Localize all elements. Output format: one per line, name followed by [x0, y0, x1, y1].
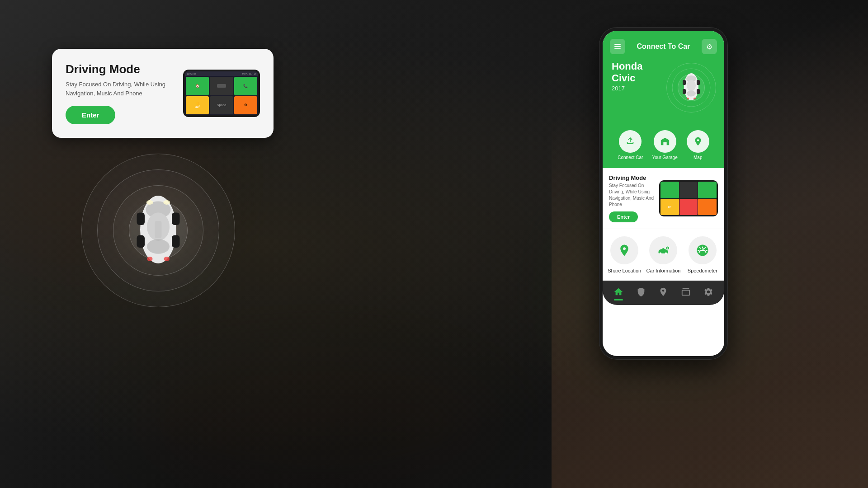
- map-button[interactable]: Map: [687, 130, 709, 160]
- car-information-label: Car Information: [646, 268, 681, 273]
- your-garage-label: Your Garage: [652, 155, 677, 160]
- phone-driving-mode-preview: 30°: [659, 180, 718, 216]
- car-information-button[interactable]: i Car Information: [646, 236, 680, 273]
- phone-grid-section: Share Location i Car: [603, 229, 724, 281]
- phone-container: Connect To Car ⚙ Honda Civic 2017: [599, 27, 728, 360]
- speedometer-icon-circle: [689, 236, 717, 264]
- phone-driving-mode-title: Driving Mode: [609, 174, 654, 181]
- svg-point-23: [660, 253, 662, 255]
- nav-active-indicator: [614, 299, 623, 300]
- car-information-icon-circle: i: [649, 236, 677, 264]
- header-title: Connect To Car: [637, 42, 690, 51]
- phone-car-radar: [667, 61, 715, 115]
- svg-rect-18: [697, 80, 700, 85]
- driving-mode-enter-button[interactable]: Enter: [66, 106, 115, 124]
- green-icon-row: Connect Car Your Garage: [603, 124, 724, 168]
- bottom-navigation: [603, 281, 724, 305]
- phone-driving-mode-section: Driving Mode Stay Focused On Driving, Wh…: [603, 168, 724, 229]
- svg-text:i: i: [668, 247, 668, 249]
- nav-home[interactable]: [613, 287, 623, 297]
- share-location-button[interactable]: Share Location: [607, 236, 642, 273]
- share-location-label: Share Location: [608, 268, 641, 273]
- phone-header: Connect To Car ⚙ Honda Civic 2017: [603, 31, 724, 124]
- svg-point-9: [163, 200, 170, 205]
- gear-icon: ⚙: [706, 42, 712, 51]
- large-car-top-view: [127, 184, 190, 277]
- svg-rect-12: [155, 221, 162, 238]
- driving-mode-phone-preview: 10:43AM MON, SEP 28 🏠 📞 ☀️ 30°: [183, 70, 260, 117]
- phone-driving-mode-desc: Stay Focused On Driving, While Using Nav…: [609, 183, 654, 208]
- driving-mode-card: Driving Mode Stay Focused On Driving, Wh…: [52, 49, 274, 138]
- speedometer-button[interactable]: Speedometer: [685, 236, 720, 273]
- svg-point-3: [147, 239, 170, 254]
- svg-rect-4: [137, 213, 145, 225]
- svg-point-11: [164, 257, 170, 261]
- speedometer-label: Speedometer: [688, 268, 717, 273]
- share-location-icon-circle: [610, 236, 638, 264]
- menu-button[interactable]: [610, 39, 625, 54]
- svg-rect-17: [683, 80, 686, 85]
- your-garage-button[interactable]: Your Garage: [652, 130, 677, 160]
- connect-car-button[interactable]: Connect Car: [618, 130, 643, 160]
- driving-mode-title: Driving Mode: [66, 62, 174, 76]
- svg-point-24: [665, 253, 667, 255]
- phone-screen: Connect To Car ⚙ Honda Civic 2017: [603, 31, 724, 356]
- svg-rect-6: [137, 235, 145, 248]
- svg-point-21: [687, 98, 689, 99]
- connect-car-label: Connect Car: [618, 155, 643, 160]
- phone-outer: Connect To Car ⚙ Honda Civic 2017: [599, 27, 728, 360]
- svg-point-8: [146, 200, 153, 205]
- map-label: Map: [693, 155, 702, 160]
- svg-point-15: [687, 80, 696, 91]
- your-garage-icon: [654, 130, 676, 153]
- car-year: 2017: [612, 85, 667, 92]
- phone-driving-mode-enter[interactable]: Enter: [609, 211, 638, 222]
- car-info-section: Honda Civic 2017: [610, 61, 717, 115]
- nav-location[interactable]: [658, 287, 668, 297]
- svg-point-10: [147, 257, 153, 261]
- svg-point-22: [693, 98, 696, 99]
- car-name: Honda Civic 2017: [612, 61, 667, 92]
- nav-box[interactable]: [681, 287, 691, 297]
- nav-settings[interactable]: [703, 287, 713, 297]
- connect-car-icon: [619, 130, 642, 153]
- map-icon: [687, 130, 709, 153]
- car-radar-section: [79, 145, 237, 316]
- svg-rect-7: [172, 235, 180, 248]
- settings-button[interactable]: ⚙: [702, 39, 717, 54]
- driving-mode-text: Driving Mode Stay Focused On Driving, Wh…: [66, 62, 174, 124]
- nav-shield[interactable]: [636, 287, 646, 297]
- svg-point-16: [687, 91, 696, 97]
- phone-driving-mode-text: Driving Mode Stay Focused On Driving, Wh…: [609, 174, 654, 222]
- svg-rect-19: [683, 89, 686, 94]
- svg-rect-20: [697, 89, 700, 94]
- driving-mode-description: Stay Focused On Driving, While Using Nav…: [66, 80, 174, 98]
- car-model: Honda Civic: [612, 61, 667, 84]
- hamburger-icon: [614, 44, 621, 49]
- svg-rect-5: [172, 213, 180, 225]
